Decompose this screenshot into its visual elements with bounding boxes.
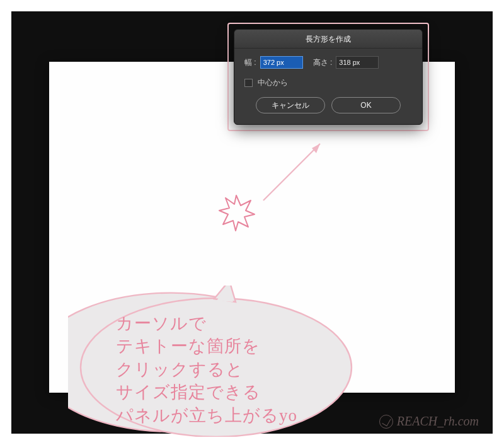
height-label: 高さ : <box>313 57 333 68</box>
cancel-button[interactable]: キャンセル <box>256 97 325 113</box>
watermark-text: REACH_rh.com <box>397 414 479 429</box>
bubble-text: カーソルで テキトーな箇所を クリックすると サイズ指定できる パネルが立ち上が… <box>116 312 297 427</box>
watermark: REACH_rh.com <box>379 414 479 429</box>
height-input[interactable] <box>336 56 379 69</box>
dimensions-row: 幅 : 高さ : <box>234 49 422 71</box>
width-label: 幅 : <box>244 57 256 68</box>
dialog-title: 長方形を作成 <box>234 30 422 49</box>
width-input[interactable] <box>260 56 303 69</box>
annotation-highlight-box: 長方形を作成 幅 : 高さ : 中心から キャンセル OK <box>227 23 429 131</box>
speech-bubble: カーソルで テキトーな箇所を クリックすると サイズ指定できる パネルが立ち上が… <box>68 286 364 437</box>
app-workspace: 長方形を作成 幅 : 高さ : 中心から キャンセル OK <box>11 11 493 434</box>
watermark-icon <box>379 415 393 429</box>
dialog-buttons-row: キャンセル OK <box>234 88 422 113</box>
from-center-checkbox[interactable] <box>244 79 253 87</box>
from-center-row: 中心から <box>234 71 422 88</box>
create-rectangle-dialog: 長方形を作成 幅 : 高さ : 中心から キャンセル OK <box>234 29 423 125</box>
from-center-label: 中心から <box>258 78 288 88</box>
ok-button[interactable]: OK <box>331 97 401 113</box>
